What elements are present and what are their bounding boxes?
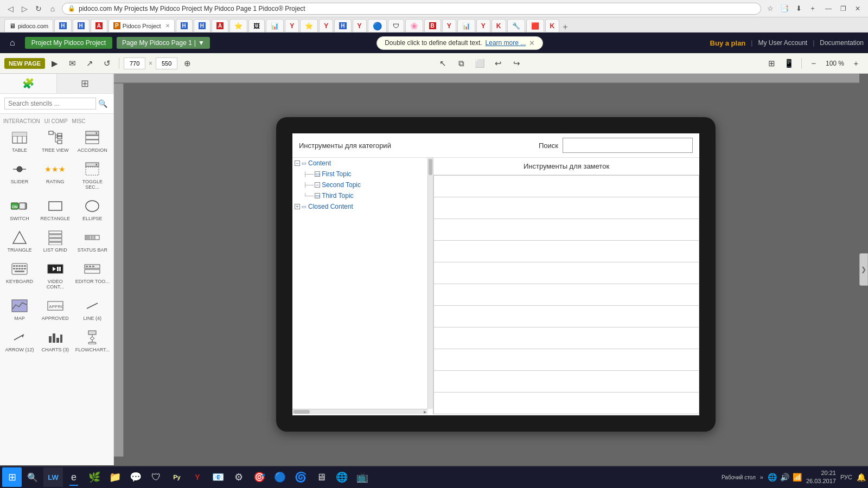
tree-scrollbar-h[interactable]: ▶ [292, 409, 427, 414]
browser-tab[interactable]: K [545, 19, 560, 32]
browser-tab[interactable]: Y [285, 19, 299, 32]
tree-scrollbar-v[interactable] [427, 158, 433, 409]
taskbar-icon-gear[interactable]: ⚙ [229, 467, 248, 487]
refresh-button[interactable]: ↺ [99, 56, 114, 71]
scrollbar-thumb[interactable] [293, 410, 310, 414]
ui-search-input[interactable] [563, 138, 693, 153]
browser-tab[interactable]: A [91, 19, 107, 32]
stencil-ellipse[interactable]: ELLIPSE [74, 194, 111, 224]
browser-tab[interactable]: H [334, 19, 351, 32]
paste-button[interactable]: ⬜ [472, 56, 487, 71]
zoom-fit-button[interactable]: ⊕ [180, 56, 195, 71]
stencil-keyboard[interactable]: KEYBOARD [2, 256, 37, 292]
browser-tab[interactable]: Y [319, 19, 333, 32]
taskbar-icon-blue[interactable]: 🔵 [270, 467, 290, 487]
taskbar-icon-globe[interactable]: 🌐 [332, 467, 352, 487]
restore-button[interactable]: ❐ [837, 4, 850, 14]
browser-tab[interactable]: 🖥pidoco.com [4, 19, 53, 32]
stencil-arrow[interactable]: ARROW (12) [2, 325, 37, 355]
stencil-listgrid[interactable]: LIST GRID [38, 225, 73, 255]
redo-button[interactable]: ↪ [509, 56, 524, 71]
taskbar-icon-email[interactable]: 📧 [208, 467, 228, 487]
forward-button[interactable]: ▷ [18, 3, 30, 15]
address-bar[interactable]: 🔒 pidoco.com My Projects My Pidoco Proje… [62, 3, 761, 15]
zoom-out-button[interactable]: − [806, 56, 821, 71]
taskbar-icon-tv[interactable]: 📺 [353, 467, 372, 487]
email-button[interactable]: ✉ [65, 56, 80, 71]
stencil-rectangle[interactable]: RECTANGLE [38, 194, 73, 224]
stencil-treeview[interactable]: TREE VIEW [38, 125, 73, 156]
notification-link[interactable]: Learn more ... [486, 39, 526, 47]
browser-tab[interactable]: 🖼 [248, 19, 265, 32]
stencil-rating[interactable]: ★★★ RATING [38, 157, 73, 192]
search-button[interactable]: 🔍 [96, 97, 109, 110]
share-button[interactable]: ↗ [82, 56, 97, 71]
browser-tab[interactable]: H [194, 19, 210, 32]
taskbar-icon-target[interactable]: 🎯 [250, 467, 269, 487]
browser-tab[interactable]: 🛡 [388, 19, 404, 32]
browser-tab[interactable]: 📊 [457, 19, 475, 32]
taskbar-icon-y[interactable]: Y [188, 467, 207, 487]
canvas-height-input[interactable] [156, 57, 177, 69]
browser-tab[interactable]: H [176, 19, 193, 32]
play-button[interactable]: ▶ [47, 56, 62, 71]
browser-tab-active[interactable]: PPidoco Project✕ [108, 19, 175, 32]
taskbar-arrow-icon[interactable]: » [760, 474, 763, 480]
stencil-map[interactable]: MAP [2, 293, 37, 324]
notification-close-button[interactable]: ✕ [529, 39, 535, 47]
browser-tab[interactable]: 🟥 [526, 19, 544, 32]
stencil-statusbar[interactable]: STATUS BAR [74, 225, 111, 255]
account-link[interactable]: My User Account [758, 39, 807, 47]
star-button[interactable]: ☆ [764, 3, 776, 15]
browser-tab[interactable]: 🌸 [405, 19, 423, 32]
taskbar-icon-vortex[interactable]: 🌀 [291, 467, 310, 487]
minimize-button[interactable]: — [822, 4, 835, 14]
close-button[interactable]: ✕ [852, 4, 864, 14]
taskbar-search-button[interactable]: 🔍 [23, 467, 42, 487]
start-button[interactable]: ⊞ [2, 467, 22, 487]
browser-tab[interactable]: Y [476, 19, 490, 32]
taskbar-icon-py[interactable]: Py [167, 467, 187, 487]
cursor-tool-button[interactable]: ↖ [435, 56, 450, 71]
stencil-approved[interactable]: APPROVED APPROVED [38, 293, 73, 324]
device-view-button[interactable]: 📱 [782, 56, 797, 71]
back-button[interactable]: ◁ [4, 3, 16, 15]
taskbar-icon-monitor[interactable]: 🖥 [311, 467, 331, 487]
browser-tab[interactable]: B [424, 19, 441, 32]
zoom-in-button[interactable]: + [848, 56, 864, 71]
canvas-width-input[interactable] [124, 57, 145, 69]
stencil-video-controls[interactable]: VIDEO CONT... [38, 256, 73, 292]
taskbar-icon-folder[interactable]: 📁 [105, 467, 125, 487]
stencil-triangle[interactable]: TRIANGLE [2, 225, 37, 255]
page-button[interactable]: Page My Pidoco Page 1 | ▼ [117, 37, 210, 49]
taskbar-icon-edge[interactable]: e [64, 467, 84, 487]
stencil-slider[interactable]: SLIDER [2, 157, 37, 192]
ui-tree-item-content[interactable]: − ▭ Content [292, 158, 433, 169]
browser-tab[interactable]: Y [353, 19, 367, 32]
copy-button[interactable]: ⧉ [454, 56, 469, 71]
bookmark-button[interactable]: 📑 [778, 3, 790, 15]
browser-tab[interactable]: ⭐ [300, 19, 318, 32]
home-button[interactable]: ⌂ [47, 3, 59, 15]
taskbar-notification-button[interactable]: 🔔 [857, 473, 866, 481]
taskbar-icon-chat[interactable]: 💬 [126, 467, 145, 487]
taskbar-icon-lw[interactable]: LW [43, 467, 63, 487]
search-input[interactable] [4, 98, 96, 110]
ui-tree-item-first-topic[interactable]: ├── ▭ First Topic [292, 169, 433, 179]
browser-tab[interactable]: H [54, 19, 71, 32]
taskbar-icon-green[interactable]: 🌿 [85, 467, 104, 487]
download-button[interactable]: ⬇ [793, 3, 805, 15]
new-page-button[interactable]: NEW PAGE [4, 58, 45, 69]
browser-tab[interactable]: Y [442, 19, 456, 32]
taskbar-desktop-text[interactable]: Рабочий стол [722, 474, 756, 480]
undo-button[interactable]: ↩ [490, 56, 506, 71]
project-button[interactable]: Project My Pidoco Project [25, 37, 112, 49]
stencil-line[interactable]: LINE (4) [74, 293, 111, 324]
ui-tree-item-second-topic[interactable]: ├── − Second Topic [292, 179, 433, 190]
panel-tab-layers[interactable]: ⊞ [57, 74, 114, 93]
stencil-table[interactable]: TABLE [2, 125, 37, 156]
browser-tab[interactable]: A [212, 19, 228, 32]
browser-tab[interactable]: K [492, 19, 506, 32]
browser-tab[interactable]: 🔵 [368, 19, 387, 32]
scrollbar-thumb-v[interactable] [429, 159, 432, 175]
